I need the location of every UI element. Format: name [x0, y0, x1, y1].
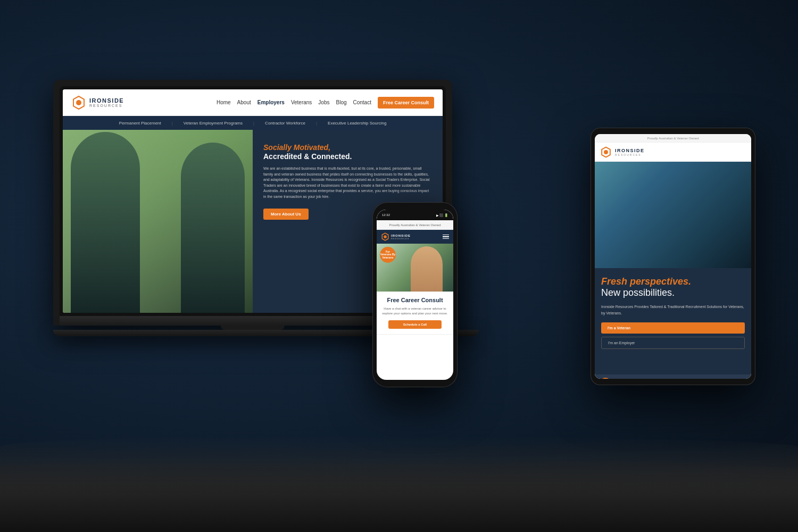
tablet-heading-white: New possibilities.	[601, 287, 745, 299]
tablet-logo-brand: IRONSIDE	[615, 148, 645, 153]
tablet-device: Proudly Australian & Veteran Owned IRONS…	[591, 128, 755, 385]
tablet-status-text: Proudly Australian & Veteran Owned	[647, 137, 699, 140]
laptop-nav-links: Home About Employers Veterans Jobs Blog …	[217, 97, 434, 109]
tablet-body-text: Ironside Resources Provides Tailored & T…	[601, 304, 745, 315]
subnav-veteran[interactable]: Veteran Employment Programs	[184, 121, 243, 126]
phone-card-title: Free Career Consult	[382, 297, 448, 303]
phone-logo: IRONSIDE RESOURCES	[381, 232, 411, 241]
phone-screen: 12:32 ▶ ⬛ 🔋 Proudly Australian & Veteran…	[377, 210, 453, 380]
nav-veterans[interactable]: Veterans	[291, 99, 312, 105]
hero-image	[63, 130, 253, 313]
phone-logo-icon	[381, 232, 389, 241]
tablet-hero-bg	[595, 162, 751, 268]
nav-contact[interactable]: Contact	[353, 99, 371, 105]
svg-point-5	[604, 150, 608, 154]
laptop-logo-brand: IRONSIDE	[89, 97, 124, 104]
tablet-content: Fresh perspectives. New possibilities. I…	[595, 268, 751, 375]
phone-card-body: Have a chat with a veteran career adviso…	[382, 306, 448, 316]
tablet-button-row: I'm a Veteran I'm an Employer	[601, 322, 745, 349]
phone-hero-person	[411, 246, 443, 292]
tablet-status-bar: Proudly Australian & Veteran Owned	[595, 134, 751, 143]
hero-cta-button[interactable]: More About Us	[263, 209, 309, 220]
phone-hero-badge: For Veterans By Veterans	[380, 247, 396, 263]
hero-title-orange: Socially Motivated,	[263, 143, 432, 152]
laptop-logo: IRONSIDE RESOURCES	[71, 95, 124, 110]
phone-logo-sub: RESOURCES	[391, 237, 411, 240]
tablet-bottom-bar: Are You a Veteran Looking For Your 'What…	[595, 375, 751, 379]
phone-notch: 12:32 ▶ ⬛ 🔋	[377, 210, 453, 220]
hero-body-text: We are an established business that is m…	[263, 166, 432, 200]
phone-time: 12:32	[382, 213, 390, 217]
hero-overlay	[63, 130, 253, 313]
subnav-executive[interactable]: Executive Leadership Sourcing	[328, 121, 386, 126]
tablet-heading-orange: Fresh perspectives.	[601, 277, 745, 287]
hero-title-white: Accredited & Connected.	[263, 152, 432, 161]
tablet-screen: Proudly Australian & Veteran Owned IRONS…	[595, 134, 751, 379]
nav-employers[interactable]: Employers	[257, 99, 285, 105]
laptop-navbar: IRONSIDE RESOURCES Home About Employers …	[63, 89, 443, 116]
tablet-hero-image	[595, 162, 751, 268]
phone-logo-brand: IRONSIDE	[391, 234, 411, 237]
nav-home[interactable]: Home	[217, 99, 231, 105]
phone-icons: ▶ ⬛ 🔋	[436, 213, 448, 217]
tablet-logo-sub: RESOURCES	[615, 153, 645, 156]
nav-jobs[interactable]: Jobs	[318, 99, 329, 105]
phone-cta-button[interactable]: Schedule a Call	[388, 320, 441, 329]
search-icon	[600, 378, 611, 379]
phone-card: Free Career Consult Have a chat with a v…	[377, 292, 453, 335]
laptop-logo-sub: RESOURCES	[89, 104, 124, 107]
ground-texture	[0, 436, 798, 532]
phone-navbar: IRONSIDE RESOURCES	[377, 230, 453, 244]
laptop-subnav: Permanent Placement | Veteran Employment…	[63, 116, 443, 130]
phone-device: 12:32 ▶ ⬛ 🔋 Proudly Australian & Veteran…	[372, 202, 458, 387]
tablet-navbar: IRONSIDE RESOURCES	[595, 143, 751, 162]
nav-cta-button[interactable]: Free Career Consult	[378, 97, 434, 109]
subnav-permanent[interactable]: Permanent Placement	[119, 121, 161, 126]
phone-menu-icon[interactable]	[443, 235, 449, 239]
phone-status-bar: Proudly Australian & Veteran Owned	[377, 220, 453, 230]
svg-point-3	[384, 235, 387, 238]
nav-about[interactable]: About	[237, 99, 251, 105]
subnav-contractor[interactable]: Contractor Workforce	[265, 121, 305, 126]
svg-point-1	[76, 100, 81, 105]
phone-status-text: Proudly Australian & Veteran Owned	[389, 223, 440, 227]
ironside-logo-icon	[71, 95, 86, 110]
nav-blog[interactable]: Blog	[336, 99, 346, 105]
tablet-veteran-button[interactable]: I'm a Veteran	[601, 322, 745, 334]
phone-hero-image: For Veterans By Veterans	[377, 244, 453, 292]
tablet-employer-button[interactable]: I'm an Employer	[601, 337, 745, 349]
tablet-logo-icon	[600, 146, 612, 158]
